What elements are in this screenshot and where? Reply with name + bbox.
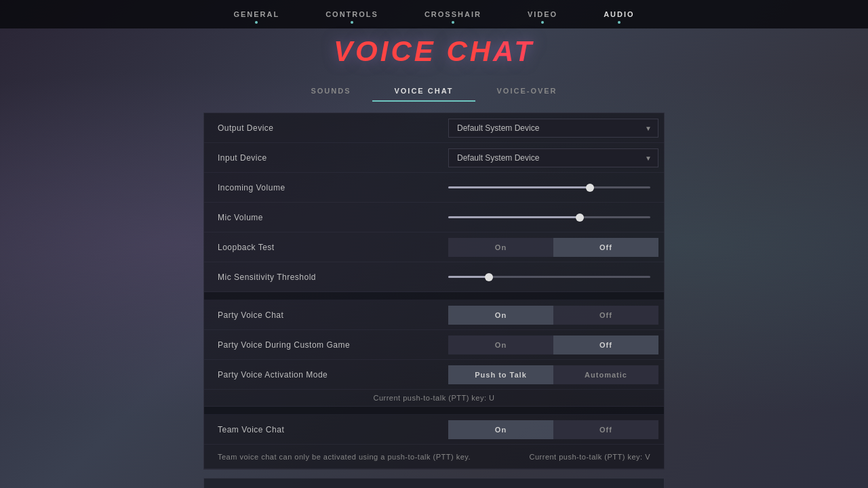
team-voice-on-button[interactable]: On [448, 420, 553, 439]
loopback-test-row: Loopback Test On Off [204, 232, 664, 262]
mic-volume-fill [448, 216, 580, 218]
party-voice-custom-off-button[interactable]: Off [553, 336, 658, 354]
incoming-volume-label: Incoming Volume [218, 183, 448, 192]
tab-voice-over[interactable]: VOICE-OVER [475, 81, 579, 102]
incoming-volume-control [448, 186, 650, 188]
sub-tabs: SOUNDS VOICE CHAT VOICE-OVER [0, 70, 868, 102]
incoming-volume-slider[interactable] [448, 186, 650, 188]
team-ptt-key-text: Current push-to-talk (PTT) key: V [530, 453, 651, 461]
mic-sensitivity-fill [448, 276, 489, 278]
tab-sounds[interactable]: SOUNDS [289, 81, 372, 102]
top-navigation: GENERAL CONTROLS CROSSHAIR VIDEO AUDIO [0, 0, 868, 28]
team-voice-info-row: Team voice chat can only be activated us… [204, 445, 664, 469]
loopback-test-label: Loopback Test [218, 243, 448, 252]
party-voice-chat-toggle-group: On Off [448, 306, 658, 325]
party-voice-activation-row: Party Voice Activation Mode Push to Talk… [204, 360, 664, 390]
team-voice-off-button[interactable]: Off [553, 420, 658, 439]
incoming-volume-slider-container[interactable] [448, 186, 650, 188]
tab-voice-chat[interactable]: VOICE CHAT [372, 81, 475, 102]
loopback-off-button[interactable]: Off [553, 238, 658, 257]
section-divider-1 [204, 292, 664, 300]
input-device-dropdown-wrapper[interactable]: Default System Device ▼ [448, 148, 658, 167]
output-device-row: Output Device Default System Device ▼ [204, 113, 664, 143]
team-voice-chat-control: On Off [448, 420, 658, 439]
nav-item-crosshair[interactable]: CROSSHAIR [422, 10, 484, 18]
nav-item-video[interactable]: VIDEO [525, 10, 560, 18]
mic-volume-label: Mic Volume [218, 213, 448, 222]
mic-sensitivity-row: Mic Sensitivity Threshold [204, 262, 664, 292]
nav-item-controls[interactable]: CONTROLS [323, 10, 381, 18]
incoming-volume-row: Incoming Volume [204, 173, 664, 203]
nav-dot-video [541, 21, 544, 24]
party-voice-activation-control: Push to Talk Automatic [448, 365, 658, 384]
edit-bindings-container: EDIT VOICE CHAT KEY BINDINGS [203, 478, 665, 488]
loopback-test-control: On Off [448, 238, 658, 257]
nav-item-audio[interactable]: AUDIO [601, 10, 637, 18]
mic-sensitivity-label: Mic Sensitivity Threshold [218, 272, 448, 282]
output-device-label: Output Device [218, 123, 448, 133]
input-device-label: Input Device [218, 153, 448, 163]
nav-dot-audio [618, 21, 620, 24]
input-device-control: Default System Device ▼ [448, 148, 658, 167]
party-voice-chat-label: Party Voice Chat [218, 310, 448, 320]
edit-bindings-button[interactable]: EDIT VOICE CHAT KEY BINDINGS [203, 478, 665, 488]
party-voice-custom-row: Party Voice During Custom Game On Off [204, 330, 664, 360]
page-title: Voice ChAT [334, 35, 534, 68]
push-to-talk-button[interactable]: Push to Talk [448, 365, 553, 384]
input-device-row: Input Device Default System Device ▼ [204, 143, 664, 173]
party-voice-custom-toggle-group: On Off [448, 336, 658, 354]
mic-volume-thumb[interactable] [576, 214, 584, 222]
mic-sensitivity-thumb[interactable] [485, 273, 493, 281]
automatic-button[interactable]: Automatic [553, 365, 658, 384]
mic-volume-slider[interactable] [448, 216, 650, 218]
party-voice-custom-on-button[interactable]: On [448, 336, 553, 354]
party-voice-chat-off-button[interactable]: Off [553, 306, 658, 325]
party-voice-activation-toggle-group: Push to Talk Automatic [448, 365, 658, 384]
team-voice-info-text: Team voice chat can only be activated us… [218, 453, 471, 461]
loopback-test-toggle-group: On Off [448, 238, 658, 257]
team-voice-chat-label: Team Voice Chat [218, 425, 448, 434]
party-voice-chat-row: Party Voice Chat On Off [204, 300, 664, 330]
mic-sensitivity-slider[interactable] [448, 276, 650, 278]
team-voice-chat-toggle-group: On Off [448, 420, 658, 439]
team-voice-chat-row: Team Voice Chat On Off [204, 415, 664, 445]
incoming-volume-fill [448, 186, 590, 188]
party-voice-activation-label: Party Voice Activation Mode [218, 370, 448, 380]
mic-sensitivity-control [448, 276, 650, 278]
section-divider-2 [204, 407, 664, 415]
nav-item-general[interactable]: GENERAL [231, 10, 282, 18]
party-voice-custom-label: Party Voice During Custom Game [218, 340, 448, 350]
nav-dot-controls [351, 21, 353, 24]
output-device-control: Default System Device ▼ [448, 119, 658, 138]
mic-volume-slider-container[interactable] [448, 216, 650, 218]
loopback-on-button[interactable]: On [448, 238, 553, 257]
incoming-volume-thumb[interactable] [586, 184, 594, 192]
input-device-dropdown[interactable]: Default System Device [448, 148, 658, 167]
nav-dot-crosshair [452, 21, 454, 24]
party-ptt-key-text: Current push-to-talk (PTT) key: U [373, 394, 494, 402]
settings-content: Output Device Default System Device ▼ In… [203, 113, 665, 470]
party-voice-chat-control: On Off [448, 306, 658, 325]
mic-volume-row: Mic Volume [204, 203, 664, 232]
output-device-dropdown-wrapper[interactable]: Default System Device ▼ [448, 119, 658, 138]
mic-sensitivity-slider-container[interactable] [448, 276, 650, 278]
party-ptt-key-row: Current push-to-talk (PTT) key: U [204, 390, 664, 407]
output-device-dropdown[interactable]: Default System Device [448, 119, 658, 138]
settings-panel: Output Device Default System Device ▼ In… [0, 102, 868, 488]
page-title-area: Voice ChAT [0, 28, 868, 70]
mic-volume-control [448, 216, 650, 218]
nav-dot-general [255, 21, 258, 24]
party-voice-chat-on-button[interactable]: On [448, 306, 553, 325]
party-voice-custom-control: On Off [448, 336, 658, 354]
